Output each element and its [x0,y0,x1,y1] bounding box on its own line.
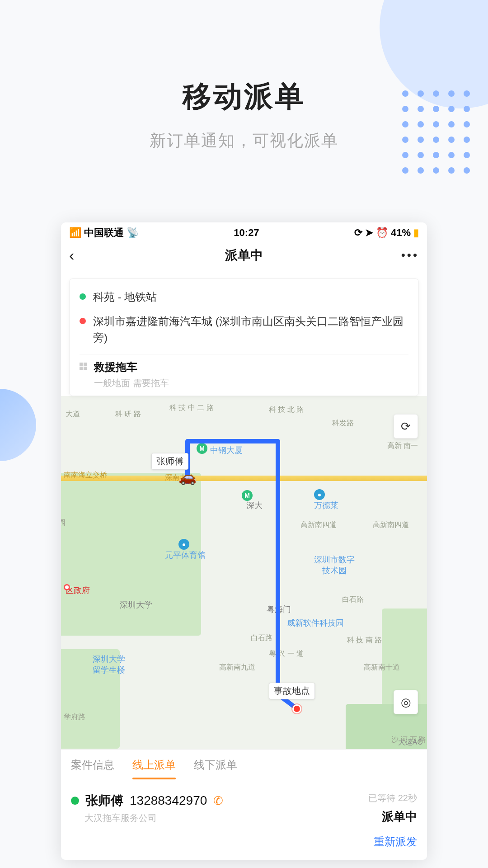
route-line [61,396,427,749]
map-view[interactable]: 大道 科 研 路 科 技 中 二 路 科 技 北 路 科发路 高新 南一 南南海… [61,396,427,749]
status-time: 10:27 [234,227,259,239]
rotation-lock-icon: ⟳ [354,227,362,239]
more-button[interactable]: ••• [401,248,419,262]
pickup-address: 科苑 - 地铁站 [93,289,157,305]
driver-phone: 13288342970 [130,793,207,808]
bottom-panel: 案件信息 线上派单 线下派单 张师傅 13288342970 ✆ 大汉拖车服务公… [61,749,427,860]
service-title: 救援拖车 [94,360,169,374]
refresh-button[interactable]: ⟳ [394,414,418,439]
wait-time: 已等待 22秒 [368,792,417,804]
driver-name: 张师傅 [85,792,123,809]
tab-online-dispatch[interactable]: 线上派单 [132,758,176,779]
driver-company: 大汉拖车服务公司 [84,812,223,824]
back-button[interactable]: ‹ [69,246,74,264]
redispatch-link[interactable]: 重新派发 [374,835,417,848]
location-icon: ➤ [365,227,373,239]
battery-percent: 41% [391,227,411,239]
tab-case-info[interactable]: 案件信息 [71,758,114,779]
status-bar: 📶 中国联通 📡 10:27 ⟳ ➤ ⏰ 41% ▮ [61,222,427,240]
tab-bar: 案件信息 线上派单 线下派单 [61,750,427,784]
destination-address: 深圳市嘉进隆前海汽车城 (深圳市南山区南头关口二路智恒产业园旁) [93,313,408,346]
page-title: 派单中 [225,247,263,264]
driver-marker-label[interactable]: 张师傅 [151,453,188,470]
alarm-icon: ⏰ [376,227,388,239]
call-button[interactable]: ✆ [213,794,223,808]
car-marker-icon: 🚗 [178,468,197,486]
accident-marker-label[interactable]: 事故地点 [269,683,315,699]
phone-mockup: 📶 中国联通 📡 10:27 ⟳ ➤ ⏰ 41% ▮ ‹ 派单中 ••• 科苑 … [61,222,427,860]
accident-marker-icon [292,704,301,713]
dispatch-status: 派单中 [368,809,417,825]
pickup-dot-icon [80,293,86,300]
locate-button[interactable]: ◎ [394,690,418,714]
grid-icon [80,363,87,370]
online-status-dot-icon [71,797,79,805]
decoration-circle [0,389,36,461]
wifi-icon: 📡 [127,227,139,239]
order-info-card: 科苑 - 地铁站 深圳市嘉进隆前海汽车城 (深圳市南山区南头关口二路智恒产业园旁… [69,278,419,396]
signal-icon: 📶 [69,227,81,239]
destination-dot-icon [80,318,86,324]
carrier-label: 中国联通 [84,226,124,240]
battery-icon: ▮ [413,227,419,239]
decoration-dot-grid [402,90,470,174]
tab-offline-dispatch[interactable]: 线下派单 [194,758,237,779]
service-subtitle: 一般地面 需要拖车 [94,377,169,389]
nav-bar: ‹ 派单中 ••• [61,240,427,271]
driver-row: 张师傅 13288342970 ✆ 大汉拖车服务公司 已等待 22秒 派单中 [61,784,427,827]
